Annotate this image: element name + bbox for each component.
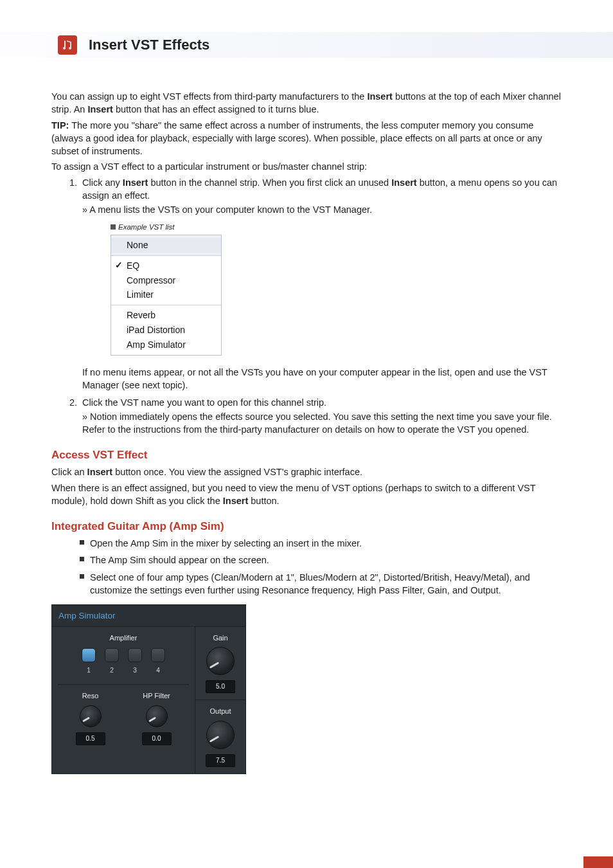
access-vst-p1: Click an Insert button once. You view th… xyxy=(51,466,567,478)
vst-menu-group: Reverb iPad Distortion Amp Simulator xyxy=(111,305,221,355)
amp-type-button-4[interactable] xyxy=(151,648,165,662)
assign-vst-steps: Click any Insert button in the channel s… xyxy=(51,176,567,437)
intro-tip: TIP: The more you "share" the same effec… xyxy=(51,119,567,158)
amp-sim-bullets: Open the Amp Sim in the mixer by selecti… xyxy=(51,537,567,597)
vst-menu-item-compressor[interactable]: Compressor xyxy=(111,273,221,288)
page-title: Insert VST Effects xyxy=(89,35,209,55)
amp-type-button-2[interactable] xyxy=(105,648,119,662)
amp-type-button-1[interactable] xyxy=(82,648,96,662)
vst-menu-item-eq[interactable]: EQ xyxy=(111,258,221,273)
vst-list-caption: Example VST list xyxy=(111,222,567,232)
vst-menu: None EQ Compressor Limiter Reverb iPad D… xyxy=(111,235,222,356)
output-label: Output xyxy=(199,707,242,716)
hpfilter-value[interactable]: 0.0 xyxy=(142,732,172,745)
amp-sim-bullet: Select one of four amp types (Clean/Mode… xyxy=(80,571,567,597)
amp-simulator-title: Amp Simulator xyxy=(52,605,245,627)
output-value[interactable]: 7.5 xyxy=(206,754,235,767)
page-number-tab: 5.5 xyxy=(583,856,613,868)
vst-menu-item-ipad-distortion[interactable]: iPad Distortion xyxy=(111,323,221,338)
intro-paragraph-3: To assign a VST effect to a particular i… xyxy=(51,160,567,173)
step-1-sub: » A menu lists the VSTs on your computer… xyxy=(82,203,567,216)
amp-type-button-3[interactable] xyxy=(128,648,142,662)
gain-label: Gain xyxy=(199,633,242,643)
output-knob[interactable] xyxy=(206,721,235,749)
reso-knob[interactable] xyxy=(80,705,102,727)
gain-value[interactable]: 5.0 xyxy=(206,680,235,693)
amp-sim-heading: Integrated Guitar Amp (Amp Sim) xyxy=(51,519,567,534)
hpfilter-label: HP Filter xyxy=(123,691,190,701)
page-body: You can assign up to eight VST effects f… xyxy=(0,58,613,597)
gain-knob[interactable] xyxy=(206,647,235,675)
step-1: Click any Insert button in the channel s… xyxy=(80,176,567,392)
step-2-sub: » Notion immediately opens the effects s… xyxy=(82,410,567,437)
vst-menu-group: None xyxy=(111,235,221,255)
vst-menu-group: EQ Compressor Limiter xyxy=(111,255,221,305)
reso-value[interactable]: 0.5 xyxy=(76,732,105,745)
access-vst-heading: Access VST Effect xyxy=(51,448,567,463)
hpfilter-knob[interactable] xyxy=(146,705,168,727)
caption-bullet-icon xyxy=(111,224,116,230)
step-1-after: If no menu items appear, or not all the … xyxy=(82,366,567,392)
access-vst-p2: When there is an effect assigned, but yo… xyxy=(51,482,567,508)
vst-menu-item-limiter[interactable]: Limiter xyxy=(111,287,221,302)
amp-sim-bullet: The Amp Sim should appear on the screen. xyxy=(80,554,567,566)
amp-simulator-panel: Amp Simulator Amplifier 1 2 3 4 xyxy=(51,604,246,774)
vst-menu-item-none[interactable]: None xyxy=(111,238,221,253)
app-icon xyxy=(58,35,77,55)
intro-paragraph-1: You can assign up to eight VST effects f… xyxy=(51,90,567,116)
vst-menu-item-reverb[interactable]: Reverb xyxy=(111,308,221,323)
amplifier-buttons xyxy=(57,648,190,662)
page-header: Insert VST Effects xyxy=(0,32,613,58)
amplifier-button-labels: 1 2 3 4 xyxy=(57,666,190,675)
amp-sim-bullet: Open the Amp Sim in the mixer by selecti… xyxy=(80,537,567,550)
reso-label: Reso xyxy=(57,691,123,701)
vst-menu-item-amp-simulator[interactable]: Amp Simulator xyxy=(111,338,221,352)
step-2: Click the VST name you want to open for … xyxy=(80,396,567,437)
amplifier-label: Amplifier xyxy=(57,633,190,643)
